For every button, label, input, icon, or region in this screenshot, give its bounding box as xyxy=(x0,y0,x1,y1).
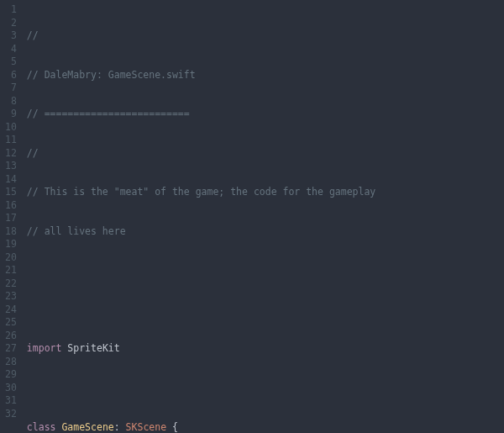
line-number: 1 xyxy=(5,3,17,17)
line-number: 29 xyxy=(5,368,17,382)
line-number: 25 xyxy=(5,316,17,330)
line-number-gutter: 1234567891011121314151617181920212223242… xyxy=(0,0,24,433)
line-number: 14 xyxy=(5,173,17,187)
line-number: 11 xyxy=(5,134,17,147)
code-line: class GameScene: SKScene { xyxy=(27,421,496,434)
line-number: 8 xyxy=(5,95,17,108)
line-number: 28 xyxy=(5,356,17,369)
line-number: 27 xyxy=(5,342,17,356)
line-number: 13 xyxy=(5,160,17,173)
line-number: 4 xyxy=(5,43,17,56)
line-number: 5 xyxy=(5,55,17,69)
line-number: 12 xyxy=(5,147,17,161)
code-line: import SpriteKit xyxy=(27,342,496,356)
line-number: 30 xyxy=(5,382,17,395)
line-number: 10 xyxy=(5,121,17,135)
code-line xyxy=(27,264,496,277)
line-number: 15 xyxy=(5,186,17,199)
code-area[interactable]: // // DaleMabry: GameScene.swift // ====… xyxy=(24,0,504,433)
line-number: 24 xyxy=(5,304,17,317)
line-number: 23 xyxy=(5,290,17,304)
line-number: 2 xyxy=(5,17,17,30)
line-number: 9 xyxy=(5,108,17,121)
line-number: 20 xyxy=(5,251,17,265)
code-line xyxy=(27,382,496,395)
line-number: 26 xyxy=(5,330,17,343)
line-number: 3 xyxy=(5,29,17,43)
line-number: 7 xyxy=(5,82,17,95)
line-number: 17 xyxy=(5,212,17,225)
code-line: // xyxy=(27,147,496,161)
line-number: 18 xyxy=(5,225,17,239)
code-line: // ========================= xyxy=(27,108,496,121)
line-number: 32 xyxy=(5,408,17,421)
line-number: 31 xyxy=(5,394,17,408)
code-line xyxy=(27,304,496,317)
line-number: 21 xyxy=(5,264,17,277)
line-number: 16 xyxy=(5,199,17,213)
line-number: 19 xyxy=(5,238,17,251)
code-line: // xyxy=(27,29,496,43)
code-editor[interactable]: 1234567891011121314151617181920212223242… xyxy=(0,0,504,433)
code-line: // DaleMabry: GameScene.swift xyxy=(27,69,496,82)
line-number: 22 xyxy=(5,277,17,291)
code-line: // This is the "meat" of the game; the c… xyxy=(27,186,496,199)
code-line: // all lives here xyxy=(27,225,496,239)
line-number: 6 xyxy=(5,69,17,82)
